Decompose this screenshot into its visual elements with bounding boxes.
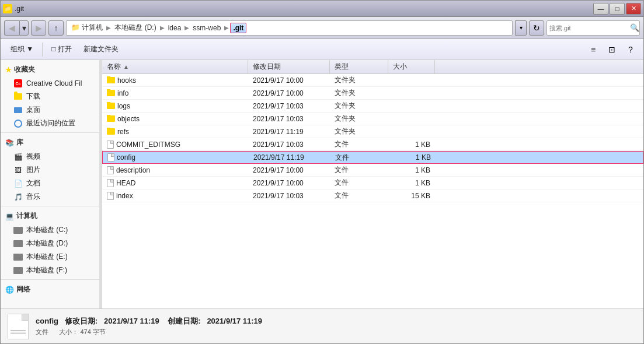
col-size-label: 大小 xyxy=(393,62,407,72)
address-idea[interactable]: idea xyxy=(166,23,184,33)
table-row[interactable]: description2021/9/17 10:00文件1 KB xyxy=(102,164,643,177)
computer-label: 计算机 xyxy=(16,211,37,221)
address-bar[interactable]: 📁 计算机 ▶ 本地磁盘 (D:) ▶ idea ▶ ssm-web ▶ .gi… xyxy=(66,20,513,36)
file-icon xyxy=(107,153,114,162)
network-label: 网络 xyxy=(16,285,30,294)
file-cell-name: config xyxy=(103,153,249,162)
favorites-header: ★ 收藏夹 xyxy=(1,62,99,77)
col-header-name[interactable]: 名称 ▲ xyxy=(102,60,248,73)
file-cell-date: 2021/9/17 10:00 xyxy=(248,89,330,97)
file-cell-type: 文件 xyxy=(330,178,388,188)
sidebar-item-documents[interactable]: 📄 文档 xyxy=(1,177,99,190)
table-row[interactable]: index2021/9/17 10:03文件15 KB xyxy=(102,189,643,202)
col-header-size[interactable]: 大小 xyxy=(388,60,435,73)
sidebar-item-pictures[interactable]: 🖼 图片 xyxy=(1,163,99,177)
toolbar: 组织 ▼ □ 打开 新建文件夹 ≡ ⊡ ? xyxy=(1,39,643,60)
sidebar-drive-c-label: 本地磁盘 (C:) xyxy=(26,225,68,235)
folder-icon xyxy=(107,128,115,135)
sidebar-item-music[interactable]: 🎵 音乐 xyxy=(1,190,99,203)
file-cell-date: 2021/9/17 10:03 xyxy=(248,115,330,123)
file-name-text: COMMIT_EDITMSG xyxy=(116,141,180,149)
up-button[interactable]: ↑ xyxy=(48,20,64,36)
status-modified-value: 2021/9/17 11:19 xyxy=(104,317,159,325)
status-type-label: 文件 xyxy=(36,328,48,335)
sidebar-item-drive-e[interactable]: 本地磁盘 (E:) xyxy=(1,250,99,264)
file-cell-name: index xyxy=(102,192,248,200)
sidebar-desktop-label: 桌面 xyxy=(26,105,40,115)
file-icon xyxy=(107,166,114,174)
toolbar-right: ≡ ⊡ ? xyxy=(585,41,639,58)
library-label: 库 xyxy=(16,138,23,148)
sidebar-video-label: 视频 xyxy=(26,152,40,162)
table-row[interactable]: hooks2021/9/17 10:00文件夹 xyxy=(102,74,643,87)
minimize-button[interactable]: — xyxy=(593,3,608,15)
sidebar-item-video[interactable]: 🎬 视频 xyxy=(1,150,99,163)
sidebar-item-creative-cloud[interactable]: Cc Creative Cloud Fil xyxy=(1,77,99,90)
table-row[interactable]: COMMIT_EDITMSG2021/9/17 10:03文件1 KB xyxy=(102,138,643,151)
sidebar-divider-1 xyxy=(1,132,99,133)
sidebar-item-drive-d[interactable]: 本地磁盘 (D:) xyxy=(1,237,99,250)
file-cell-date: 2021/9/17 10:00 xyxy=(248,76,330,85)
status-size-value: 474 字节 xyxy=(80,328,105,335)
file-name-text: objects xyxy=(117,115,140,123)
address-sep-4: ▶ xyxy=(224,24,229,31)
col-header-type[interactable]: 类型 xyxy=(330,60,388,73)
file-cell-name: HEAD xyxy=(102,179,248,187)
address-dropdown-button[interactable]: ▾ xyxy=(515,20,527,36)
table-row[interactable]: config2021/9/17 11:19文件1 KB xyxy=(102,151,643,164)
address-drive-d[interactable]: 本地磁盘 (D:) xyxy=(112,22,158,33)
back-button[interactable]: ◀ xyxy=(4,20,19,36)
close-button[interactable]: ✕ xyxy=(626,3,641,15)
network-icon: 🌐 xyxy=(5,286,14,294)
file-icon xyxy=(107,179,114,187)
view-list-button[interactable]: ≡ xyxy=(585,41,601,58)
sidebar-item-desktop[interactable]: 桌面 xyxy=(1,103,99,117)
sidebar-drive-d-label: 本地磁盘 (D:) xyxy=(26,238,68,248)
maximize-button[interactable]: □ xyxy=(610,3,625,15)
view-panel-button[interactable]: ⊡ xyxy=(604,41,620,58)
drive-f-icon xyxy=(13,266,23,275)
address-git[interactable]: .git xyxy=(230,23,246,33)
address-sep-3: ▶ xyxy=(185,24,189,31)
col-type-label: 类型 xyxy=(335,62,349,72)
organize-button[interactable]: 组织 ▼ xyxy=(5,41,39,58)
help-button[interactable]: ? xyxy=(622,41,639,58)
file-cell-type: 文件夹 xyxy=(330,101,388,111)
pictures-icon: 🖼 xyxy=(13,166,23,175)
status-modified-label: 修改日期: xyxy=(65,317,98,325)
table-row[interactable]: objects2021/9/17 10:03文件夹 xyxy=(102,113,643,125)
folder-icon xyxy=(107,115,115,122)
address-computer[interactable]: 📁 计算机 xyxy=(69,22,105,33)
table-row[interactable]: refs2021/9/17 11:19文件夹 xyxy=(102,125,643,138)
folder-icon xyxy=(13,92,23,101)
sidebar-item-recent[interactable]: 最近访问的位置 xyxy=(1,117,99,130)
file-cell-name: hooks xyxy=(102,76,248,85)
refresh-button[interactable]: ↻ xyxy=(529,20,544,36)
file-cell-size: 1 KB xyxy=(389,153,436,162)
address-bar-container: ◀ ▾ ▶ ↑ 📁 计算机 ▶ 本地磁盘 (D:) ▶ idea ▶ ssm-w… xyxy=(1,17,643,39)
table-row[interactable]: logs2021/9/17 10:03文件夹 xyxy=(102,100,643,113)
table-row[interactable]: info2021/9/17 10:00文件夹 xyxy=(102,87,643,100)
file-cell-date: 2021/9/17 10:00 xyxy=(248,179,330,187)
file-cell-date: 2021/9/17 10:00 xyxy=(248,166,330,174)
col-header-date[interactable]: 修改日期 xyxy=(248,60,330,73)
file-name-text: hooks xyxy=(117,76,136,85)
main-content: ★ 收藏夹 Cc Creative Cloud Fil 下载 桌面 xyxy=(1,60,643,308)
sidebar-item-drive-c[interactable]: 本地磁盘 (C:) xyxy=(1,223,99,237)
nav-button-group: ◀ ▾ xyxy=(4,20,29,36)
search-bar[interactable]: 🔍 xyxy=(546,20,640,36)
address-ssm-web[interactable]: ssm-web xyxy=(190,23,223,33)
new-folder-button[interactable]: 新建文件夹 xyxy=(78,41,124,58)
search-icon[interactable]: 🔍 xyxy=(630,23,639,32)
file-name-text: index xyxy=(116,192,133,200)
file-cell-size: 1 KB xyxy=(388,141,435,149)
open-button[interactable]: □ 打开 xyxy=(46,41,77,58)
forward-button[interactable]: ▶ xyxy=(31,20,46,36)
desktop-icon xyxy=(13,106,23,115)
sidebar-item-drive-f[interactable]: 本地磁盘 (F:) xyxy=(1,264,99,277)
back-dropdown-button[interactable]: ▾ xyxy=(19,20,29,36)
search-input[interactable] xyxy=(549,24,630,31)
sidebar-item-downloads[interactable]: 下载 xyxy=(1,90,99,103)
file-cell-type: 文件夹 xyxy=(330,127,388,136)
table-row[interactable]: HEAD2021/9/17 10:00文件1 KB xyxy=(102,177,643,189)
